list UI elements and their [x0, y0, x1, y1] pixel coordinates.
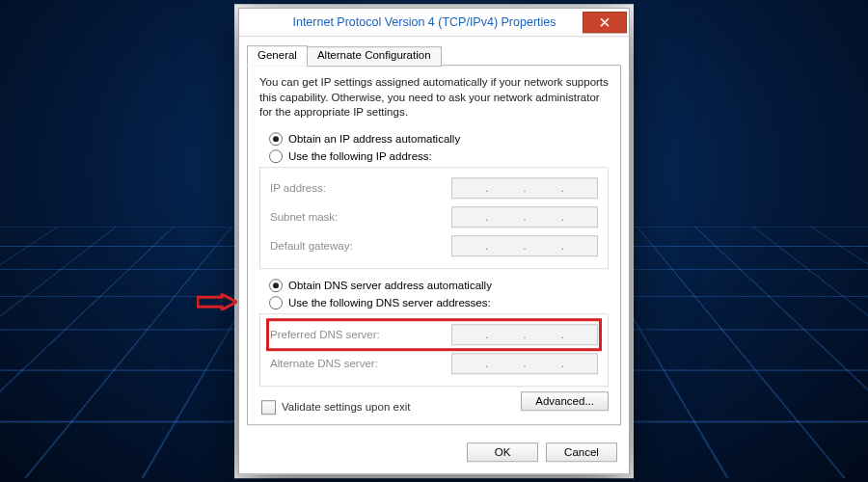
ip-settings-group: IP address: ... Subnet mask: ... Default… [259, 167, 609, 269]
field-label: Default gateway: [270, 240, 353, 252]
radio-label: Use the following DNS server addresses: [288, 297, 491, 308]
field-subnet-mask: Subnet mask: ... [268, 202, 600, 231]
ip-address-input: ... [451, 177, 598, 199]
field-ip-address: IP address: ... [268, 174, 600, 202]
default-gateway-input: ... [451, 235, 598, 256]
alternate-dns-input: ... [451, 353, 598, 374]
titlebar: Internet Protocol Version 4 (TCP/IPv4) P… [239, 9, 629, 37]
radio-use-ip-manual[interactable]: Use the following IP address: [259, 147, 609, 165]
tab-alternate-configuration[interactable]: Alternate Configuration [307, 46, 442, 67]
field-label: Preferred DNS server: [270, 329, 380, 340]
intro-text: You can get IP settings assigned automat… [259, 75, 609, 120]
field-label: IP address: [270, 182, 326, 194]
radio-label: Obtain an IP address automatically [288, 133, 460, 145]
tab-panel-general: You can get IP settings assigned automat… [247, 65, 621, 425]
ok-button[interactable]: OK [467, 442, 538, 462]
dialog-window: Internet Protocol Version 4 (TCP/IPv4) P… [238, 8, 630, 474]
radio-obtain-ip-auto[interactable]: Obtain an IP address automatically [259, 130, 609, 147]
checkbox-icon [261, 400, 276, 415]
subnet-mask-input: ... [451, 206, 598, 228]
radio-icon [269, 132, 283, 146]
cancel-button[interactable]: Cancel [546, 442, 617, 462]
dns-settings-group: Preferred DNS server: ... Alternate DNS … [259, 313, 609, 387]
tab-strip: General Alternate Configuration [247, 45, 621, 66]
radio-use-dns-manual[interactable]: Use the following DNS server addresses: [259, 294, 609, 311]
radio-label: Obtain DNS server address automatically [288, 280, 492, 291]
field-preferred-dns: Preferred DNS server: ... [268, 320, 600, 349]
checkbox-label: Validate settings upon exit [282, 401, 410, 413]
radio-label: Use the following IP address: [288, 150, 432, 162]
field-label: Alternate DNS server: [270, 358, 378, 369]
dialog-buttons: OK Cancel [239, 433, 629, 473]
field-alternate-dns: Alternate DNS server: ... [268, 349, 600, 378]
advanced-button[interactable]: Advanced... [521, 391, 609, 411]
field-label: Subnet mask: [270, 211, 338, 223]
radio-icon [269, 279, 283, 292]
field-default-gateway: Default gateway: ... [268, 231, 600, 260]
tab-general[interactable]: General [247, 45, 308, 66]
window-title: Internet Protocol Version 4 (TCP/IPv4) P… [239, 15, 583, 29]
close-button[interactable] [583, 12, 627, 33]
radio-obtain-dns-auto[interactable]: Obtain DNS server address automatically [259, 277, 609, 294]
preferred-dns-input: ... [451, 324, 598, 345]
radio-icon [269, 296, 283, 309]
radio-icon [269, 149, 283, 163]
close-icon [600, 17, 610, 27]
